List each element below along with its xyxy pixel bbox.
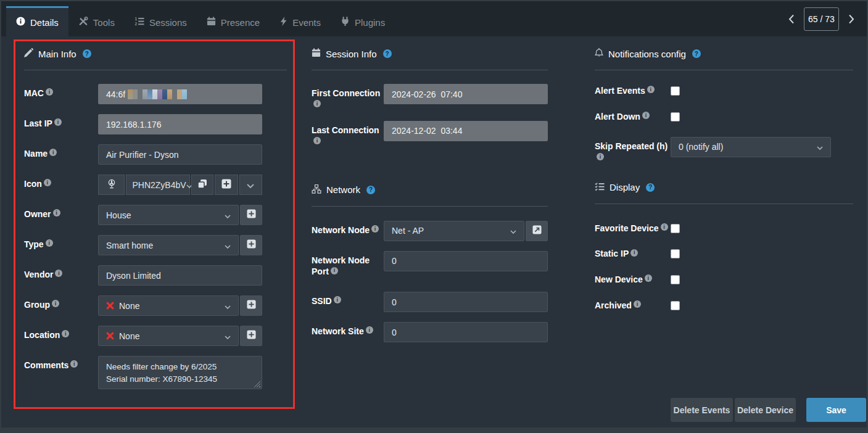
info-icon[interactable]: i	[645, 274, 652, 282]
main-info-title: Main Info ?	[24, 47, 287, 60]
add-type-button[interactable]	[240, 235, 262, 255]
skip-repeated-label: Skip Repeated (h)i	[595, 137, 671, 164]
comments-textarea[interactable]: Needs filter change by 6/2025 Serial num…	[98, 356, 262, 389]
static-ip-checkbox[interactable]	[671, 249, 680, 258]
info-icon[interactable]: i	[70, 360, 78, 368]
last-ip-field: 192.168.1.176	[98, 114, 262, 134]
plug-icon	[341, 17, 350, 28]
add-location-button[interactable]	[240, 326, 262, 346]
icon-label: Iconi	[24, 175, 98, 195]
info-icon[interactable]: i	[313, 137, 321, 144]
network-title: Network ?	[312, 184, 548, 196]
info-icon[interactable]: i	[331, 267, 338, 274]
tab-tools[interactable]: Tools	[68, 6, 125, 36]
next-device-button[interactable]	[842, 7, 861, 31]
help-icon[interactable]: ?	[646, 183, 655, 192]
tabs: Details Tools 12 Sessions Presence	[6, 1, 395, 36]
new-device-checkbox[interactable]	[671, 275, 680, 284]
info-icon[interactable]: i	[334, 296, 341, 303]
location-select[interactable]: None	[98, 326, 239, 346]
info-icon[interactable]: i	[313, 100, 321, 107]
network-site-label: Network Sitei	[312, 322, 384, 342]
plus-square-icon	[247, 330, 256, 342]
tab-events[interactable]: Events	[270, 6, 331, 36]
info-icon[interactable]: i	[630, 249, 638, 257]
info-circle-icon	[16, 17, 25, 28]
network-node-select[interactable]: Net - AP	[384, 221, 524, 241]
delete-device-button[interactable]: Delete Device	[735, 398, 796, 422]
device-pager: 65 / 73	[782, 7, 861, 31]
info-icon[interactable]: i	[46, 239, 53, 247]
red-x-icon	[106, 302, 114, 310]
plus-square-icon	[247, 209, 256, 221]
info-icon[interactable]: i	[647, 86, 655, 93]
static-ip-label: Static IPi	[595, 248, 671, 260]
info-icon[interactable]: i	[55, 270, 62, 277]
archived-row: Archivedi	[595, 300, 853, 311]
ssid-input[interactable]: 0	[384, 292, 548, 312]
chevron-down-icon	[510, 226, 516, 236]
alert-events-checkbox[interactable]	[671, 86, 680, 96]
delete-events-button[interactable]: Delete Events	[671, 398, 733, 422]
tab-bar: Details Tools 12 Sessions Presence	[1, 1, 867, 36]
owner-select[interactable]: House	[98, 205, 239, 225]
vendor-input[interactable]: Dyson Limited	[98, 265, 262, 286]
info-icon[interactable]: i	[634, 300, 641, 308]
info-icon[interactable]: i	[642, 112, 650, 119]
info-icon[interactable]: i	[661, 223, 668, 231]
copy-icon-button[interactable]	[191, 175, 213, 195]
info-icon[interactable]: i	[54, 118, 62, 126]
plus-square-icon	[247, 300, 256, 311]
skip-repeated-select[interactable]: 0 (notify all)	[671, 137, 831, 157]
help-icon[interactable]: ?	[366, 186, 375, 194]
archived-checkbox[interactable]	[671, 301, 680, 310]
name-input[interactable]: Air Purifier - Dyson	[98, 144, 262, 165]
last-ip-label: Last IPi	[24, 114, 98, 134]
expand-icon-list-button[interactable]	[239, 175, 263, 195]
type-select[interactable]: Smart home	[98, 235, 239, 255]
info-icon[interactable]: i	[597, 153, 604, 160]
info-icon[interactable]: i	[44, 179, 51, 186]
info-icon[interactable]: i	[53, 209, 60, 216]
device-counter: 65 / 73	[804, 7, 839, 31]
network-node-label: Network Nodei	[312, 221, 384, 241]
static-ip-row: Static IPi	[595, 248, 853, 260]
add-owner-button[interactable]	[240, 205, 262, 225]
tab-details[interactable]: Details	[6, 6, 68, 36]
alert-down-checkbox[interactable]	[671, 112, 680, 122]
first-connection-label: First Connectioni	[312, 84, 384, 111]
external-link-icon	[532, 225, 542, 237]
info-icon[interactable]: i	[46, 88, 53, 96]
favorite-device-row: Favorite Devicei	[595, 223, 853, 234]
network-site-input[interactable]: 0	[384, 322, 548, 342]
comments-label: Commentsi	[24, 356, 98, 389]
info-icon[interactable]: i	[371, 225, 379, 233]
info-icon[interactable]: i	[62, 330, 69, 337]
save-button[interactable]: Save	[806, 398, 866, 422]
info-icon[interactable]: i	[49, 149, 57, 156]
network-node-port-input[interactable]: 0	[384, 251, 548, 271]
add-icon-button[interactable]	[215, 175, 238, 195]
open-network-node-button[interactable]	[526, 221, 548, 241]
fan-icon	[107, 179, 117, 191]
tab-sessions[interactable]: 12 Sessions	[125, 6, 197, 36]
help-icon[interactable]: ?	[383, 49, 392, 58]
info-icon[interactable]: i	[52, 300, 59, 307]
archived-label: Archivedi	[595, 300, 671, 311]
network-node-port-row: Network Node Porti 0	[312, 251, 548, 278]
tab-details-label: Details	[30, 17, 59, 28]
ssid-label: SSIDi	[312, 292, 384, 312]
tab-plugins[interactable]: Plugins	[331, 6, 395, 36]
help-icon[interactable]: ?	[692, 49, 701, 58]
favorite-device-checkbox[interactable]	[671, 224, 680, 233]
group-select[interactable]: None	[98, 295, 239, 316]
alert-down-row: Alert Downi	[595, 111, 853, 123]
help-icon[interactable]: ?	[83, 49, 91, 58]
vendor-row: Vendori Dyson Limited	[24, 265, 287, 286]
icon-select[interactable]: PHN2ZyB4bV	[126, 175, 190, 195]
prev-device-button[interactable]	[782, 7, 801, 31]
add-group-button[interactable]	[240, 295, 262, 316]
resize-grip[interactable]	[254, 381, 260, 387]
info-icon[interactable]: i	[366, 326, 373, 334]
tab-presence[interactable]: Presence	[197, 6, 270, 36]
